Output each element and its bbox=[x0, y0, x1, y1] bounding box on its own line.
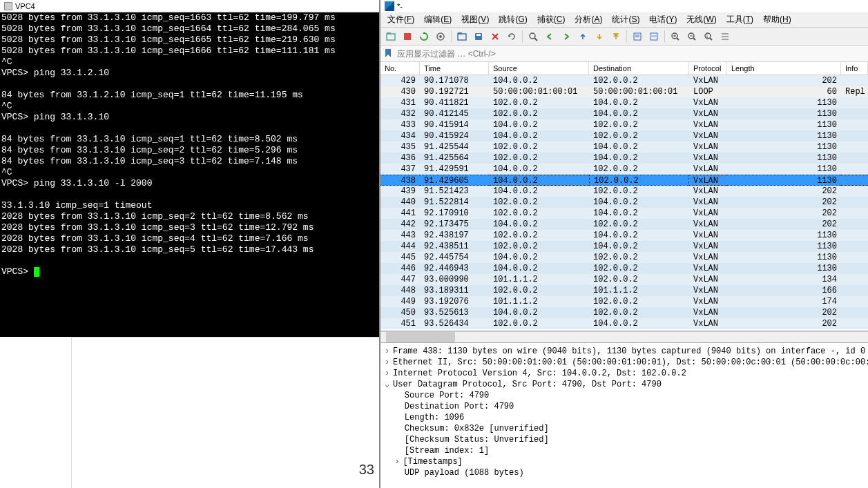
menu-item-1[interactable]: 编辑(E) bbox=[420, 12, 456, 27]
toolbar-close-icon[interactable] bbox=[488, 29, 503, 44]
detail-payload[interactable]: UDP payload (1088 bytes) bbox=[385, 467, 864, 478]
column-source[interactable]: Source bbox=[489, 62, 589, 75]
column-protocol[interactable]: Protocol bbox=[689, 62, 727, 75]
display-filter-input[interactable] bbox=[397, 49, 865, 59]
packet-row[interactable]: 43290.412145102.0.0.2104.0.0.2VxLAN1130 bbox=[380, 108, 868, 119]
terminal-title-bar[interactable]: VPC4 bbox=[0, 0, 379, 12]
canvas-area[interactable]: 33 bbox=[0, 337, 379, 488]
detail-stream-index[interactable]: [Stream index: 1] bbox=[385, 445, 864, 456]
toolbar-find-icon[interactable] bbox=[525, 29, 541, 44]
svg-rect-6 bbox=[458, 32, 462, 35]
toolbar: 1 bbox=[380, 28, 868, 46]
packet-row[interactable]: 44893.189311102.0.0.2101.1.1.2VxLAN166 bbox=[380, 285, 868, 296]
toolbar-restart-icon[interactable] bbox=[416, 29, 432, 44]
packet-row[interactable]: 43691.425564102.0.0.2104.0.0.2VxLAN1130 bbox=[380, 153, 868, 164]
terminal-title: VPC4 bbox=[15, 2, 35, 10]
toolbar-zoom-in-icon[interactable] bbox=[668, 29, 683, 44]
column-info[interactable]: Info bbox=[841, 62, 868, 75]
packet-row[interactable]: 42990.171078104.0.0.2102.0.0.2VxLAN202 bbox=[380, 75, 868, 86]
toolbar-stop-icon[interactable] bbox=[400, 29, 415, 44]
packet-row[interactable]: 44392.438197102.0.0.2104.0.0.2VxLAN1130 bbox=[380, 230, 868, 241]
toolbar-zoom-reset-icon[interactable]: 1 bbox=[701, 29, 716, 44]
menu-item-6[interactable]: 统计(S) bbox=[608, 12, 644, 27]
detail-checksum-status[interactable]: [Checksum Status: Unverified] bbox=[385, 434, 864, 445]
toolbar-options-icon[interactable] bbox=[433, 29, 448, 44]
packet-row[interactable]: 45193.526434102.0.0.2104.0.0.2VxLAN202 bbox=[380, 318, 868, 329]
packet-row[interactable]: 43390.415914104.0.0.2102.0.0.2VxLAN1130 bbox=[380, 119, 868, 130]
packet-row[interactable]: 43791.429591104.0.0.2102.0.0.2VxLAN1130 bbox=[380, 164, 868, 175]
column-length[interactable]: Length bbox=[727, 62, 841, 75]
menu-item-4[interactable]: 捕获(C) bbox=[533, 12, 570, 27]
packet-row[interactable]: 44793.000990101.1.1.2102.0.0.2VxLAN134 bbox=[380, 274, 868, 285]
toolbar-colorize-icon[interactable] bbox=[646, 29, 662, 44]
packet-row[interactable]: 44592.445754104.0.0.2102.0.0.2VxLAN1130 bbox=[380, 252, 868, 263]
detail-timestamps[interactable]: ›[Timestamps] bbox=[385, 456, 864, 467]
packet-row[interactable]: 43891.429605104.0.0.2102.0.0.2VxLAN1130 bbox=[380, 175, 868, 186]
menu-item-2[interactable]: 视图(V) bbox=[457, 12, 493, 27]
svg-rect-15 bbox=[650, 35, 657, 37]
toolbar-open-icon[interactable] bbox=[383, 29, 398, 44]
putty-icon bbox=[4, 2, 12, 10]
detail-dst-port[interactable]: Destination Port: 4790 bbox=[385, 401, 864, 412]
svg-line-10 bbox=[534, 38, 537, 41]
packet-row[interactable]: 43591.425544102.0.0.2104.0.0.2VxLAN1130 bbox=[380, 141, 868, 153]
menu-item-10[interactable]: 帮助(H) bbox=[759, 12, 795, 27]
packet-row[interactable]: 44492.438511102.0.0.2104.0.0.2VxLAN1130 bbox=[380, 241, 868, 252]
column-time[interactable]: Time bbox=[420, 62, 489, 75]
packet-list-hscroll[interactable] bbox=[380, 331, 868, 342]
packet-row[interactable]: 43090.19272150:00:00:01:00:0150:00:00:01… bbox=[380, 86, 868, 97]
column-destination[interactable]: Destination bbox=[589, 62, 689, 75]
wireshark-title: *- bbox=[397, 2, 403, 10]
detail-udp[interactable]: ⌄User Datagram Protocol, Src Port: 4790,… bbox=[385, 379, 864, 390]
svg-point-9 bbox=[530, 33, 535, 39]
wireshark-icon bbox=[385, 1, 394, 11]
toolbar-resize-cols-icon[interactable] bbox=[717, 29, 733, 44]
svg-rect-0 bbox=[387, 34, 395, 40]
wireshark-title-bar[interactable]: *- bbox=[380, 0, 868, 12]
filter-bar bbox=[380, 46, 868, 62]
packet-row[interactable]: 44192.170910102.0.0.2104.0.0.2VxLAN202 bbox=[380, 208, 868, 219]
menu-item-0[interactable]: 文件(F) bbox=[383, 12, 418, 27]
toolbar-first-icon[interactable] bbox=[592, 29, 607, 44]
packet-details[interactable]: ›Frame 438: 1130 bytes on wire (9040 bit… bbox=[380, 342, 868, 488]
toolbar-jump-icon[interactable] bbox=[575, 29, 590, 44]
toolbar-last-icon[interactable] bbox=[608, 29, 624, 44]
menu-item-5[interactable]: 分析(A) bbox=[570, 12, 606, 27]
svg-rect-1 bbox=[387, 32, 391, 35]
svg-point-4 bbox=[439, 35, 442, 38]
detail-ethernet[interactable]: ›Ethernet II, Src: 50:00:00:01:00:01 (50… bbox=[385, 357, 864, 368]
toolbar-zoom-out-icon[interactable] bbox=[684, 29, 700, 44]
toolbar-prev-icon[interactable] bbox=[542, 29, 557, 44]
detail-src-port[interactable]: Source Port: 4790 bbox=[385, 390, 864, 401]
toolbar-autoscroll-icon[interactable] bbox=[630, 29, 645, 44]
column-no[interactable]: No. bbox=[380, 62, 420, 75]
menu-bar: 文件(F)编辑(E)视图(V)跳转(G)捕获(C)分析(A)统计(S)电话(Y)… bbox=[380, 12, 868, 28]
detail-frame[interactable]: ›Frame 438: 1130 bytes on wire (9040 bit… bbox=[385, 346, 864, 357]
packet-row[interactable]: 44993.192076101.1.1.2102.0.0.2VxLAN174 bbox=[380, 296, 868, 307]
packet-row[interactable]: 44292.173475104.0.0.2102.0.0.2VxLAN202 bbox=[380, 219, 868, 230]
detail-checksum[interactable]: Checksum: 0x832e [unverified] bbox=[385, 423, 864, 434]
packet-list[interactable]: No. Time Source Destination Protocol Len… bbox=[380, 62, 868, 331]
toolbar-next-icon[interactable] bbox=[559, 29, 574, 44]
packet-row[interactable]: 45093.525613104.0.0.2102.0.0.2VxLAN202 bbox=[380, 307, 868, 318]
detail-length[interactable]: Length: 1096 bbox=[385, 412, 864, 423]
toolbar-save-as-icon[interactable] bbox=[471, 29, 486, 44]
packet-row[interactable]: 43490.415924104.0.0.2102.0.0.2VxLAN1130 bbox=[380, 130, 868, 141]
menu-item-9[interactable]: 工具(T) bbox=[722, 12, 758, 27]
menu-item-8[interactable]: 无线(W) bbox=[682, 12, 720, 27]
packet-row[interactable]: 43190.411821102.0.0.2104.0.0.2VxLAN1130 bbox=[380, 97, 868, 108]
packet-row[interactable]: 44091.522814102.0.0.2104.0.0.2VxLAN202 bbox=[380, 197, 868, 208]
svg-line-21 bbox=[693, 38, 695, 40]
packet-row[interactable]: 44692.446943104.0.0.2102.0.0.2VxLAN1130 bbox=[380, 263, 868, 274]
toolbar-save-icon[interactable] bbox=[454, 29, 470, 44]
menu-item-3[interactable]: 跳转(G) bbox=[494, 12, 531, 27]
menu-item-7[interactable]: 电话(Y) bbox=[645, 12, 681, 27]
toolbar-reload-icon[interactable] bbox=[504, 29, 519, 44]
svg-text:1: 1 bbox=[706, 34, 708, 39]
terminal-output[interactable]: 5028 bytes from 33.1.3.10 icmp_seq=1663 … bbox=[0, 12, 379, 337]
bookmark-icon[interactable] bbox=[383, 48, 394, 59]
packet-row[interactable]: 43991.521423104.0.0.2102.0.0.2VxLAN202 bbox=[380, 186, 868, 197]
svg-line-17 bbox=[677, 38, 679, 40]
detail-ip[interactable]: ›Internet Protocol Version 4, Src: 104.0… bbox=[385, 368, 864, 379]
packet-list-header[interactable]: No. Time Source Destination Protocol Len… bbox=[380, 62, 868, 75]
